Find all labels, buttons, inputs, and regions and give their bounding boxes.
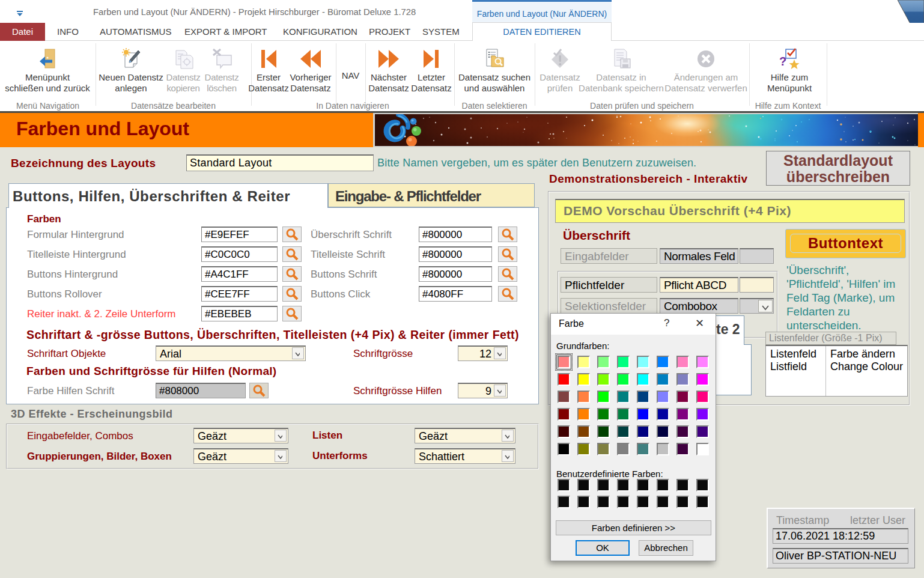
svg-text:?: ?	[779, 55, 786, 68]
